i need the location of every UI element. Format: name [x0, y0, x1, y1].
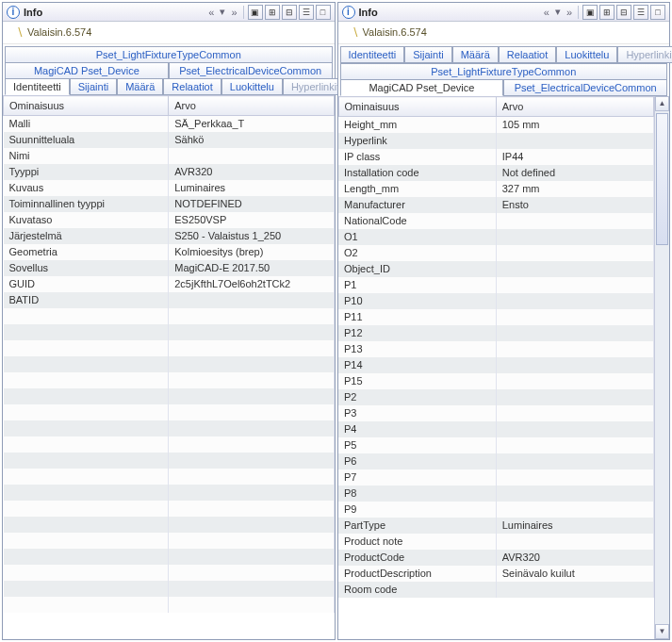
property-cell: ProductDescription — [338, 566, 496, 582]
table-row[interactable]: BATID — [4, 292, 335, 308]
table-row[interactable]: MalliSÄ_Perkkaa_T — [4, 116, 335, 132]
table-row[interactable]: ProductCodeAVR320 — [338, 550, 654, 566]
nav-first-icon[interactable]: « — [542, 7, 551, 18]
tab-maara[interactable]: Määrä — [117, 78, 163, 95]
object-breadcrumb[interactable]: ∖ Valaisin.6.574 — [3, 22, 335, 44]
table-row[interactable]: Height_mm105 mm — [338, 117, 654, 133]
table-row[interactable]: P8 — [338, 486, 654, 502]
tab-luokittelu[interactable]: Luokittelu — [556, 46, 617, 63]
tool-window-icon[interactable]: □ — [316, 5, 331, 20]
tab-sijainti[interactable]: Sijainti — [404, 46, 451, 63]
table-row[interactable]: P12 — [338, 325, 654, 341]
tool-collapse-icon[interactable]: ⊟ — [616, 5, 631, 20]
table-row[interactable]: KuvausLuminaires — [4, 180, 335, 196]
scroll-up-icon[interactable]: ▲ — [655, 96, 669, 111]
tool-focus-icon[interactable]: ▣ — [582, 5, 598, 20]
table-row[interactable]: SuunnittelualaSähkö — [4, 132, 335, 148]
table-row[interactable]: Nimi — [4, 148, 335, 164]
tab-luokittelu[interactable]: Luokittelu — [221, 78, 283, 95]
table-row[interactable]: P15 — [338, 373, 654, 389]
table-row[interactable]: P14 — [338, 357, 654, 373]
table-row[interactable]: Installation codeNot defined — [338, 165, 654, 181]
table-row[interactable]: Toiminnallinen tyyppiNOTDEFINED — [4, 196, 335, 212]
scrollbar[interactable]: ▲ ▼ — [654, 96, 669, 639]
value-cell — [169, 340, 334, 356]
table-row[interactable]: O1 — [338, 229, 654, 245]
tool-list-icon[interactable]: ☰ — [633, 5, 648, 20]
tab-magicad-pset-device[interactable]: MagiCAD Pset_Device — [5, 62, 169, 79]
table-row[interactable]: P3 — [338, 405, 654, 421]
tab-identiteetti[interactable]: Identiteetti — [5, 78, 70, 95]
table-row[interactable]: P10 — [338, 293, 654, 309]
tab-relaatiot[interactable]: Relaatiot — [163, 78, 221, 95]
value-cell: 2c5jKfthL7Oel6oh2tTCk2 — [169, 276, 334, 292]
tool-focus-icon[interactable]: ▣ — [248, 5, 263, 20]
scroll-track[interactable] — [655, 111, 669, 624]
table-row[interactable]: PartTypeLuminaires — [338, 518, 654, 534]
nav-dropdown-icon[interactable]: ▾ — [218, 6, 227, 18]
tab-pset-electrical[interactable]: Pset_ElectricalDeviceCommon — [169, 62, 333, 79]
value-cell — [496, 534, 653, 550]
table-row[interactable]: Length_mm327 mm — [338, 181, 654, 197]
table-row[interactable]: Hyperlink — [338, 133, 654, 149]
nav-next-icon[interactable]: » — [229, 7, 238, 18]
col-header-value[interactable]: Arvo — [169, 96, 334, 116]
table-row[interactable]: GUID2c5jKfthL7Oel6oh2tTCk2 — [4, 276, 335, 292]
table-row-empty — [4, 308, 335, 324]
value-cell — [169, 485, 334, 501]
tool-list-icon[interactable]: ☰ — [299, 5, 314, 20]
tab-sijainti[interactable]: Sijainti — [70, 78, 117, 95]
table-row[interactable]: Object_ID — [338, 261, 654, 277]
col-header-value[interactable]: Arvo — [496, 97, 653, 117]
table-row[interactable]: ManufacturerEnsto — [338, 197, 654, 213]
tool-expand-icon[interactable]: ⊞ — [265, 5, 280, 20]
tab-magicad-pset-device[interactable]: MagiCAD Pset_Device — [340, 79, 504, 96]
table-row[interactable]: Room code — [338, 582, 654, 598]
tool-expand-icon[interactable]: ⊞ — [599, 5, 615, 20]
tool-window-icon[interactable]: □ — [650, 5, 665, 20]
table-row[interactable]: P5 — [338, 437, 654, 453]
property-cell — [4, 581, 169, 597]
table-row[interactable]: SovellusMagiCAD-E 2017.50 — [4, 260, 335, 276]
table-row[interactable]: O2 — [338, 245, 654, 261]
property-cell — [4, 420, 169, 436]
table-row[interactable]: P4 — [338, 421, 654, 437]
table-row[interactable]: P6 — [338, 453, 654, 469]
scroll-thumb[interactable] — [656, 113, 668, 245]
nav-first-icon[interactable]: « — [206, 7, 216, 18]
tab-maara[interactable]: Määrä — [452, 46, 499, 63]
property-cell — [4, 485, 169, 501]
tab-identiteetti[interactable]: Identiteetti — [340, 46, 405, 63]
table-row[interactable]: P1 — [338, 277, 654, 293]
table-row[interactable]: P7 — [338, 469, 654, 486]
table-row[interactable]: P13 — [338, 341, 654, 357]
table-row[interactable]: P11 — [338, 309, 654, 325]
tab-pset-electrical[interactable]: Pset_ElectricalDeviceCommon — [503, 79, 667, 96]
tab-pset-lightfixture[interactable]: Pset_LightFixtureTypeCommon — [340, 63, 668, 80]
table-row[interactable]: P2 — [338, 389, 654, 405]
table-row[interactable]: KuvatasoES250VSP — [4, 212, 335, 228]
scroll-down-icon[interactable]: ▼ — [655, 624, 669, 639]
property-cell: P4 — [338, 421, 496, 437]
nav-dropdown-icon[interactable]: ▾ — [553, 6, 563, 18]
object-breadcrumb[interactable]: ∖ Valaisin.6.574 — [338, 22, 670, 44]
value-cell — [169, 324, 334, 340]
tab-relaatiot[interactable]: Relaatiot — [499, 46, 556, 63]
table-row[interactable]: GeometriaKolmioesitys (brep) — [4, 244, 335, 260]
table-row[interactable]: Product note — [338, 534, 654, 550]
tool-collapse-icon[interactable]: ⊟ — [282, 5, 297, 20]
table-row[interactable]: TyyppiAVR320 — [4, 164, 335, 180]
nav-next-icon[interactable]: » — [565, 7, 574, 18]
col-header-property[interactable]: Ominaisuus — [4, 96, 169, 116]
table-row[interactable]: P9 — [338, 502, 654, 518]
value-cell — [496, 325, 653, 341]
tab-hyperlinkit[interactable]: Hyperlinkit — [617, 46, 672, 63]
col-header-property[interactable]: Ominaisuus — [338, 97, 496, 117]
value-cell: AVR320 — [169, 164, 334, 180]
value-cell — [496, 453, 653, 469]
table-row[interactable]: JärjestelmäS250 - Valaistus 1_250 — [4, 228, 335, 244]
table-row[interactable]: NationalCode — [338, 213, 654, 229]
tab-pset-lightfixture[interactable]: Pset_LightFixtureTypeCommon — [5, 46, 333, 63]
table-row[interactable]: ProductDescriptionSeinävalo kuilut — [338, 566, 654, 582]
table-row[interactable]: IP classIP44 — [338, 149, 654, 165]
